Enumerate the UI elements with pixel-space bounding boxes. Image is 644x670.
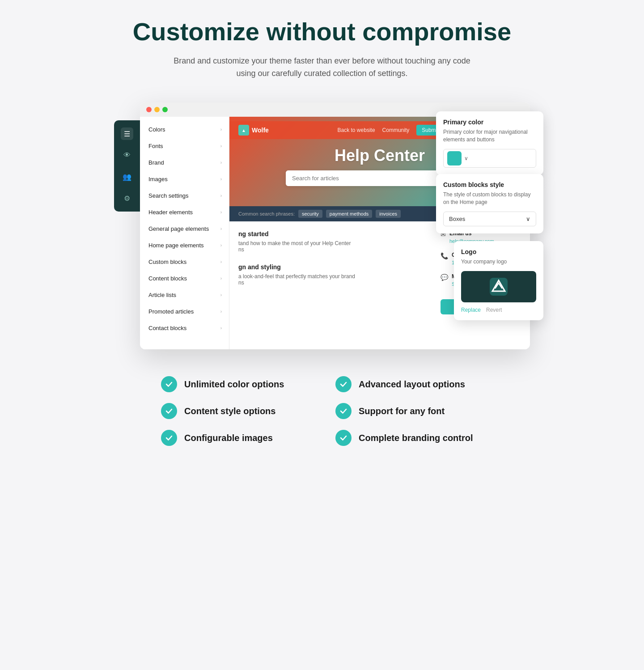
revert-logo-link[interactable]: Revert — [486, 307, 502, 313]
settings-menu: Colors › Fonts › Brand › Images › — [140, 117, 229, 349]
card-logo-desc: Your company logo — [461, 258, 536, 266]
sidebar-gear-icon[interactable]: ⚙ — [121, 192, 133, 204]
chevron-icon: › — [220, 326, 222, 331]
menu-item-article-lists[interactable]: Article lists › — [140, 287, 229, 303]
chevron-icon: › — [220, 127, 222, 132]
custom-blocks-select[interactable]: Boxes ∨ — [443, 212, 536, 226]
feature-label-0: Unlimited color options — [184, 379, 284, 390]
card-custom-blocks: Custom blocks style The style of custom … — [436, 174, 543, 233]
card-primary-color-desc: Primary color for major navigational ele… — [443, 128, 536, 144]
help-articles: ng started tand how to make the most of … — [238, 230, 432, 349]
feature-item-0: Unlimited color options — [161, 376, 309, 392]
card-logo-title: Logo — [461, 248, 536, 255]
nav-logo: ▲ Wolfe — [238, 125, 269, 136]
feature-item-5: Complete branding control — [335, 430, 483, 446]
dot-yellow — [154, 107, 160, 112]
hero-subtitle: Brand and customize your theme faster th… — [170, 55, 474, 81]
logo-actions: Replace Revert — [461, 307, 536, 313]
feature-label-5: Complete branding control — [359, 433, 473, 443]
article-section-2: gn and styling a look-and-feel that perf… — [238, 263, 432, 286]
menu-item-images[interactable]: Images › — [140, 171, 229, 187]
color-swatch-box[interactable]: ∨ — [443, 149, 536, 168]
help-center-title: Help Center — [335, 146, 425, 165]
message-icon: 💬 — [441, 274, 448, 281]
dot-red — [146, 107, 152, 112]
card-logo: Logo Your company logo Replace Revert — [454, 241, 543, 320]
chevron-icon: › — [220, 259, 222, 264]
menu-item-home-page[interactable]: Home page elements › — [140, 237, 229, 254]
menu-item-colors[interactable]: Colors › — [140, 121, 229, 138]
search-tag-security[interactable]: security — [298, 210, 322, 218]
chevron-icon: › — [220, 243, 222, 248]
check-icon-1 — [335, 376, 352, 392]
logo-svg-icon — [488, 276, 509, 297]
check-icon-4 — [161, 430, 177, 446]
menu-item-search-settings[interactable]: Search settings › — [140, 187, 229, 204]
search-tag-payment[interactable]: payment methods — [326, 210, 372, 218]
nav-logo-icon: ▲ — [238, 125, 249, 136]
chevron-icon: › — [220, 144, 222, 148]
menu-item-general-page[interactable]: General page elements › — [140, 221, 229, 237]
menu-item-header-elements[interactable]: Header elements › — [140, 204, 229, 221]
chevron-icon: › — [220, 160, 222, 165]
check-icon-3 — [335, 403, 352, 419]
card-custom-blocks-title: Custom blocks style — [443, 181, 536, 188]
article-section-2-title: gn and styling — [238, 263, 432, 271]
app-sidebar: ☰ 👁 👥 ⚙ — [114, 120, 140, 212]
check-icon-2 — [161, 403, 177, 419]
article-section-1-text: tand how to make the most of your Help C… — [238, 240, 432, 246]
phone-icon: 📞 — [441, 252, 448, 259]
article-section-1-title: ng started — [238, 230, 432, 237]
search-tag-invoices[interactable]: invoices — [376, 210, 401, 218]
replace-logo-link[interactable]: Replace — [461, 307, 481, 313]
feature-label-4: Configurable images — [184, 433, 273, 443]
feature-item-2: Content style options — [161, 403, 309, 419]
card-primary-color-title: Primary color — [443, 119, 536, 126]
feature-item-1: Advanced layout options — [335, 376, 483, 392]
card-primary-color: Primary color Primary color for major na… — [436, 111, 543, 175]
chevron-icon: › — [220, 177, 222, 182]
feature-label-1: Advanced layout options — [359, 379, 465, 390]
features-section: Unlimited color options Advanced layout … — [152, 376, 492, 446]
article-section-1: ng started tand how to make the most of … — [238, 230, 432, 253]
feature-label-3: Support for any font — [359, 406, 445, 416]
feature-label-2: Content style options — [184, 406, 275, 416]
color-swatch — [447, 151, 462, 165]
sidebar-eye-icon[interactable]: 👁 — [121, 149, 133, 161]
menu-item-brand[interactable]: Brand › — [140, 154, 229, 171]
sidebar-menu-icon[interactable]: ☰ — [121, 127, 133, 140]
menu-item-custom-blocks[interactable]: Custom blocks › — [140, 254, 229, 270]
page-wrapper: Customize without compromise Brand and c… — [85, 18, 559, 446]
feature-item-3: Support for any font — [335, 403, 483, 419]
menu-item-promoted-articles[interactable]: Promoted articles › — [140, 303, 229, 320]
article-section-2-text: a look-and-feel that perfectly matches y… — [238, 273, 432, 280]
sidebar-users-icon[interactable]: 👥 — [121, 170, 133, 183]
select-chevron-icon: ∨ — [526, 216, 530, 222]
chevron-icon: › — [220, 226, 222, 231]
card-custom-blocks-desc: The style of custom blocks to display on… — [443, 191, 536, 206]
chevron-icon: › — [220, 293, 222, 297]
feature-item-4: Configurable images — [161, 430, 309, 446]
chevron-icon: › — [220, 276, 222, 281]
chevron-icon: › — [220, 193, 222, 198]
hero-title: Customize without compromise — [133, 18, 511, 46]
screenshot-area: ☰ 👁 👥 ⚙ Colors › — [114, 102, 530, 349]
menu-item-contact-blocks[interactable]: Contact blocks › — [140, 320, 229, 336]
article-section-2-sub: ns — [238, 280, 432, 286]
check-icon-5 — [335, 430, 352, 446]
dot-green — [162, 107, 168, 112]
chevron-icon: › — [220, 210, 222, 215]
article-section-1-sub: ns — [238, 246, 432, 253]
logo-preview-box — [461, 271, 536, 302]
menu-item-content-blocks[interactable]: Content blocks › — [140, 270, 229, 287]
menu-item-fonts[interactable]: Fonts › — [140, 138, 229, 154]
chevron-icon: › — [220, 309, 222, 314]
check-icon-0 — [161, 376, 177, 392]
swatch-chevron-icon: ∨ — [464, 155, 468, 161]
search-input[interactable] — [286, 170, 458, 186]
